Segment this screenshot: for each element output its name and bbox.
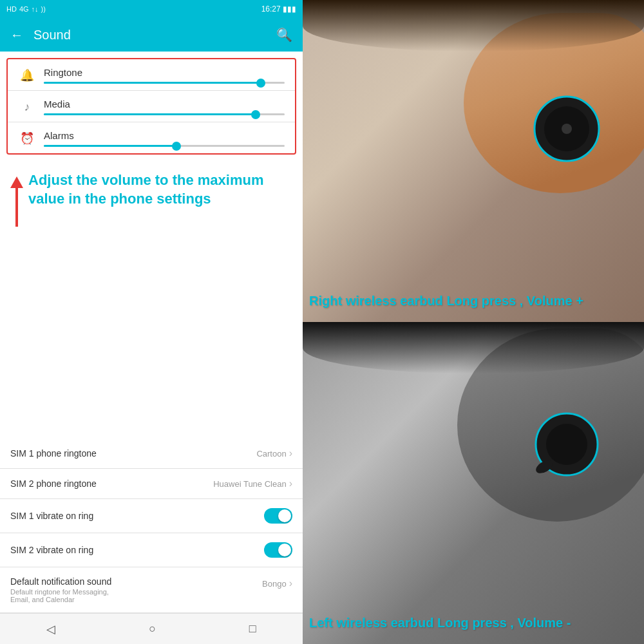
settings-list: SIM 1 phone ringtone Cartoon › SIM 2 pho… [0,439,303,613]
arrow-line [15,188,18,227]
sim2-ringtone-item[interactable]: SIM 2 phone ringtone Huawei Tune Clean › [0,469,303,499]
ringtone-icon: 🔔 [15,68,39,82]
notification-sound-text: Default notification sound Default ringt… [10,576,111,603]
ringtone-label: Ringtone [44,67,285,78]
sim2-vibrate-toggle-knob [278,544,291,556]
media-slider-thumb[interactable] [251,110,260,119]
sim2-vibrate-item[interactable]: SIM 2 vibrate on ring [0,533,303,567]
arrow-up [10,176,23,227]
right-bottom-overlay-text: Left wireless earbud Long press , Volume… [309,614,638,631]
sim1-ringtone-value-text: Cartoon [256,449,286,459]
svg-point-6 [546,424,587,465]
alarms-slider-thumb[interactable] [172,142,181,151]
alarms-slider-track[interactable] [44,145,285,147]
sim2-ringtone-chevron: › [289,478,292,489]
sim2-vibrate-toggle[interactable] [264,542,292,558]
signal-bars: ↑↓ [32,5,39,13]
notification-sound-item[interactable]: Default notification sound Default ringt… [0,567,303,613]
alarms-label: Alarms [44,130,285,141]
media-content: Media [39,99,285,115]
right-top-panel: Right wireless earbud Long press , Volum… [303,0,644,322]
sim1-vibrate-toggle-knob [278,509,291,522]
notification-sound-value-text: Bongo [262,579,287,589]
app-bar: ← Sound 🔍 [0,18,303,52]
media-slider-track[interactable] [44,113,285,115]
right-top-photo: Right wireless earbud Long press , Volum… [303,0,644,322]
instruction-with-arrow: Adjust the volume to the maximum value i… [10,171,292,227]
status-bar: HD 4G ↑↓ )) 16:27 ▮▮▮ [0,0,303,18]
instruction-text: Adjust the volume to the maximum value i… [28,171,292,208]
app-bar-title: Sound [33,28,71,43]
sim1-vibrate-item[interactable]: SIM 1 vibrate on ring [0,499,303,533]
alarms-item[interactable]: ⏰ Alarms [8,122,295,153]
volume-box: 🔔 Ringtone ♪ Media ⏰ [6,58,296,155]
app-bar-left: ← Sound [10,28,71,43]
notification-sound-subtitle: Default ringtone for Messaging,Email, an… [10,588,111,603]
right-top-overlay-text: Right wireless earbud Long press , Volum… [309,292,638,309]
sim2-ringtone-value-text: Huawei Tune Clean [213,479,286,489]
sim2-ringtone-value: Huawei Tune Clean › [213,478,292,489]
sim1-vibrate-label: SIM 1 vibrate on ring [10,511,93,521]
home-nav-button[interactable]: ○ [149,622,156,636]
search-button[interactable]: 🔍 [276,27,292,43]
notification-sound-value: Bongo › [262,578,292,589]
arrow-triangle [10,176,23,188]
status-bar-right: 16:27 ▮▮▮ [261,5,296,14]
hair-top [303,0,644,52]
sim1-ringtone-chevron: › [289,448,292,459]
alarms-icon: ⏰ [15,131,39,146]
earbud-svg-top [528,90,605,167]
battery-icon: ▮▮▮ [283,5,296,14]
media-item[interactable]: ♪ Media [8,91,295,122]
status-bar-left: HD 4G ↑↓ )) [6,5,46,13]
ringtone-content: Ringtone [39,67,285,84]
right-bottom-panel: Left wireless earbud Long press , Volume… [303,322,644,644]
sim1-ringtone-item[interactable]: SIM 1 phone ringtone Cartoon › [0,439,303,469]
back-button[interactable]: ← [10,28,23,43]
notification-sound-label: Default notification sound [10,576,111,587]
sim2-ringtone-label: SIM 2 phone ringtone [10,478,97,489]
phone-panel: HD 4G ↑↓ )) 16:27 ▮▮▮ ← Sound 🔍 🔔 Ringto… [0,0,303,644]
right-bottom-photo: Left wireless earbud Long press , Volume… [303,322,644,644]
alarms-slider-fill [44,145,176,147]
sim1-vibrate-toggle[interactable] [264,508,292,524]
network-icon: 4G [19,5,29,13]
sim1-ringtone-label: SIM 1 phone ringtone [10,448,97,459]
ringtone-slider-thumb[interactable] [256,79,265,88]
time-display: 16:27 [261,5,281,14]
ringtone-item[interactable]: 🔔 Ringtone [8,59,295,91]
sim2-vibrate-label: SIM 2 vibrate on ring [10,545,93,555]
media-icon: ♪ [15,100,39,114]
ringtone-slider-track[interactable] [44,82,285,84]
ringtone-slider-fill [44,82,261,84]
signal-icon: HD [6,5,17,13]
alarms-content: Alarms [39,130,285,147]
recent-nav-button[interactable]: □ [249,622,256,636]
earbud-svg-bottom [525,406,609,489]
back-nav-button[interactable]: ◁ [46,622,55,636]
media-slider-fill [44,113,256,115]
hair-bottom [303,322,644,374]
svg-point-3 [562,124,572,134]
nav-bar: ◁ ○ □ [0,613,303,644]
wifi-icon: )) [41,5,46,13]
instruction-area: Adjust the volume to the maximum value i… [0,161,303,439]
sim1-ringtone-value: Cartoon › [256,448,292,459]
notification-sound-chevron: › [289,578,292,589]
media-label: Media [44,99,285,109]
